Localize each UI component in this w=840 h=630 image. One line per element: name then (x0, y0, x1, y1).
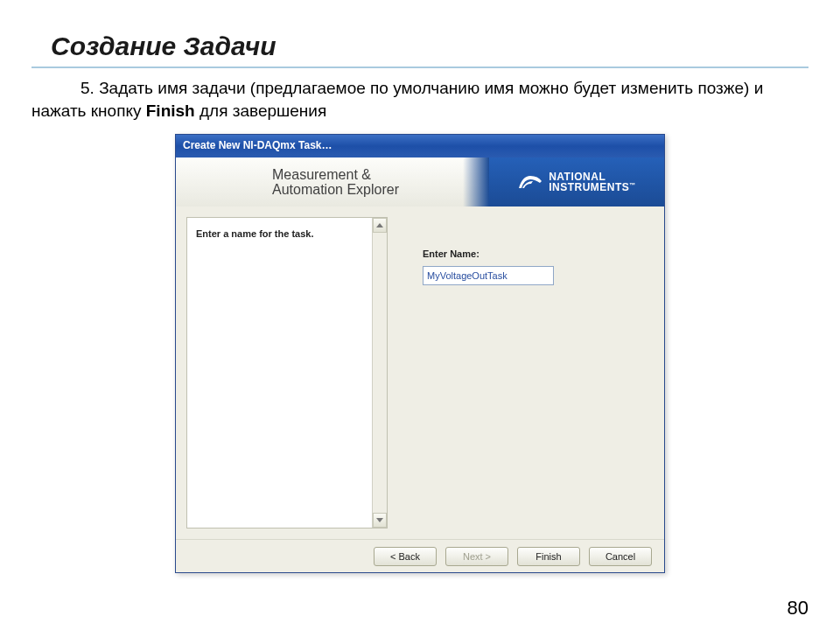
next-button: Next > (445, 547, 508, 566)
window-title: Create New NI-DAQmx Task… (183, 139, 332, 151)
brand-logo-area: NATIONAL INSTRUMENTS™ (489, 158, 664, 206)
info-pane: Enter a name for the task. (186, 217, 388, 528)
banner-line2: Automation Explorer (272, 182, 489, 198)
chevron-down-icon (376, 518, 383, 522)
ni-logo-icon (517, 172, 543, 192)
dialog-footer: < Back Next > Finish Cancel (176, 539, 664, 572)
scroll-track[interactable] (373, 233, 387, 513)
instruction-bold: Finish (146, 102, 195, 120)
brand-line2: INSTRUMENTS (549, 181, 629, 193)
dialog-window: Create New NI-DAQmx Task… Measurement & … (175, 134, 665, 573)
info-text: Enter a name for the task. (196, 228, 314, 239)
scrollbar[interactable] (372, 218, 387, 528)
name-label: Enter Name: (423, 248, 654, 259)
slide-title: Создание Задачи (51, 32, 840, 61)
step-number: 5. (80, 79, 94, 97)
chevron-up-icon (376, 223, 383, 228)
banner-app-name: Measurement & Automation Explorer (176, 167, 489, 198)
instruction-text: 5. Задать имя задачи (предлагаемое по ум… (32, 77, 808, 122)
finish-button[interactable]: Finish (517, 547, 580, 566)
cancel-button[interactable]: Cancel (589, 547, 652, 566)
page-number: 80 (788, 597, 808, 620)
banner: Measurement & Automation Explorer NATION… (176, 158, 664, 206)
instruction-part2: для завершения (195, 102, 327, 120)
back-button[interactable]: < Back (374, 547, 437, 566)
divider (32, 66, 808, 68)
scroll-down-button[interactable] (373, 513, 387, 528)
task-name-input[interactable] (423, 266, 554, 285)
scroll-up-button[interactable] (373, 218, 387, 233)
dialog-body: Enter a name for the task. Enter Name: (176, 206, 664, 539)
window-titlebar[interactable]: Create New NI-DAQmx Task… (176, 135, 664, 158)
instruction-part1: Задать имя задачи (предлагаемое по умолч… (32, 79, 763, 120)
form-pane: Enter Name: (423, 217, 654, 528)
trademark: ™ (629, 182, 636, 188)
banner-line1: Measurement & (272, 167, 489, 183)
